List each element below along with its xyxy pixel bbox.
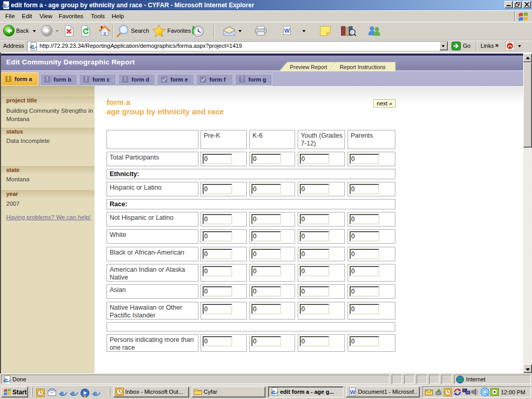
svg-text:W: W: [350, 389, 356, 395]
svg-text:W: W: [284, 28, 290, 34]
